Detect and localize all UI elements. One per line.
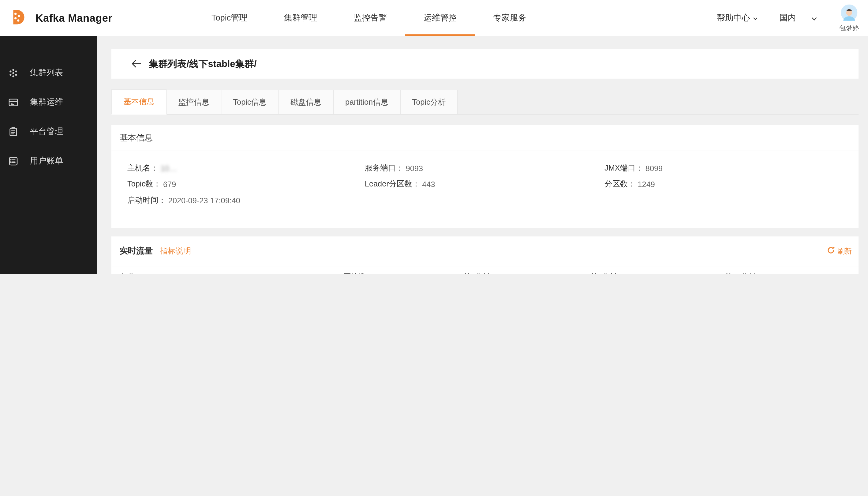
help-center-label: 帮助中心: [717, 13, 750, 23]
info-field: Leader分区数：443: [365, 176, 604, 192]
brand: Kafka Manager: [0, 0, 181, 36]
sidebar-item[interactable]: 集群列表: [0, 58, 97, 88]
help-center-menu[interactable]: 帮助中心: [717, 13, 758, 23]
app-title: Kafka Manager: [35, 12, 113, 24]
info-field: 分区数：1249: [604, 176, 850, 192]
tab[interactable]: Topic分析: [401, 90, 458, 114]
app-window: Kafka Manager Topic管理集群管理监控告警运维管控专家服务 帮助…: [0, 0, 868, 274]
tab[interactable]: 基本信息: [111, 89, 167, 114]
metrics-column-header[interactable]: 前1分钟▲▼: [462, 266, 589, 274]
chevron-down-icon: [810, 15, 818, 22]
tab-bar: 基本信息监控信息Topic信息磁盘信息partition信息Topic分析: [111, 89, 859, 114]
metrics-column-label: 前15分钟: [724, 272, 756, 274]
back-button[interactable]: [131, 59, 142, 69]
refresh-icon: [827, 247, 835, 256]
metrics-table: 名称▲▼平均数▲▼前1分钟▲▼前5分钟▲▼前15分钟▲▼ messageIn31…: [111, 266, 859, 274]
top-header: Kafka Manager Topic管理集群管理监控告警运维管控专家服务 帮助…: [0, 0, 868, 36]
sidebar-item[interactable]: 平台管理: [0, 117, 97, 146]
region-label: 国内: [779, 13, 796, 23]
top-nav-item[interactable]: Topic管理: [193, 0, 266, 36]
sidebar-item-label: 用户账单: [30, 156, 63, 166]
user-name: 包梦婷: [839, 24, 859, 33]
breadcrumb-bar: 集群列表/线下stable集群/: [111, 49, 859, 79]
metrics-column-header[interactable]: 前5分钟▲▼: [589, 266, 724, 274]
basic-info-card: 基本信息 主机名：10…Topic数：679启动时间：2020-09-23 17…: [111, 125, 859, 228]
metrics-column-header[interactable]: 前15分钟▲▼: [724, 266, 858, 274]
tab[interactable]: partition信息: [334, 90, 401, 114]
region-selector[interactable]: 国内: [779, 13, 818, 23]
info-field-label: 启动时间：: [127, 195, 166, 205]
info-field-value: 8099: [646, 164, 663, 172]
info-field-label: JMX端口：: [604, 163, 643, 173]
sidebar-item-label: 平台管理: [30, 126, 63, 137]
top-nav-item[interactable]: 集群管理: [266, 0, 335, 36]
realtime-traffic-card: 实时流量 指标说明 刷新 名称▲▼平均数▲▼前1分钟▲▼前5分钟▲▼前15分钟▲…: [111, 236, 859, 274]
info-column: JMX端口：8099分区数：1249: [604, 160, 850, 208]
info-field: 主机名：10…: [127, 160, 365, 176]
cluster-list-icon: [8, 68, 18, 78]
info-field-value: 679: [163, 180, 176, 189]
realtime-traffic-header: 实时流量 指标说明 刷新: [111, 236, 859, 266]
chevron-down-icon: [752, 16, 758, 22]
info-field-label: Leader分区数：: [365, 179, 420, 189]
top-nav-item[interactable]: 运维管控: [405, 0, 475, 36]
sidebar-item[interactable]: 集群运维: [0, 88, 97, 117]
info-field-label: 分区数：: [604, 179, 635, 189]
info-field-label: 主机名：: [127, 163, 158, 173]
metrics-help-link[interactable]: 指标说明: [160, 246, 191, 256]
metrics-column-label: 前1分钟: [463, 272, 491, 274]
metrics-column-label: 名称: [120, 272, 135, 274]
cluster-ops-icon: [8, 97, 18, 107]
info-column: 服务端口：9093Leader分区数：443: [365, 160, 604, 208]
sidebar-item-label: 集群列表: [30, 68, 63, 78]
info-field: 服务端口：9093: [365, 160, 604, 176]
platform-admin-icon: [8, 126, 18, 137]
info-field-label: 服务端口：: [365, 163, 404, 173]
sidebar-item[interactable]: 用户账单: [0, 146, 97, 175]
metrics-column-label: 前5分钟: [590, 272, 618, 274]
metrics-column-label: 平均数: [343, 272, 367, 274]
info-field: JMX端口：8099: [604, 160, 850, 176]
metrics-column-header[interactable]: 名称▲▼: [111, 266, 343, 274]
user-menu[interactable]: 包梦婷: [839, 3, 859, 33]
top-nav-item[interactable]: 监控告警: [335, 0, 405, 36]
top-nav: Topic管理集群管理监控告警运维管控专家服务: [193, 0, 545, 36]
tab[interactable]: 磁盘信息: [279, 90, 334, 114]
metrics-table-header-row: 名称▲▼平均数▲▼前1分钟▲▼前5分钟▲▼前15分钟▲▼: [111, 266, 859, 274]
tab[interactable]: Topic信息: [221, 90, 279, 114]
info-field-value: 443: [422, 180, 435, 189]
info-field: Topic数：679: [127, 176, 365, 192]
basic-info-card-title: 基本信息: [111, 125, 859, 151]
sidebar-menu: 集群列表集群运维平台管理用户账单: [0, 36, 97, 176]
metrics-column-header[interactable]: 平均数▲▼: [343, 266, 462, 274]
refresh-button[interactable]: 刷新: [827, 246, 852, 256]
sidebar: 集群列表集群运维平台管理用户账单 «: [0, 36, 97, 274]
tab[interactable]: 监控信息: [167, 90, 221, 114]
info-column: 主机名：10…Topic数：679启动时间：2020-09-23 17:09:4…: [127, 160, 365, 208]
breadcrumb: 集群列表/线下stable集群/: [149, 57, 257, 70]
info-field-value: 2020-09-23 17:09:40: [168, 196, 240, 204]
header-right: 帮助中心 国内 包梦婷: [717, 0, 868, 36]
info-field-value: 9093: [406, 164, 423, 172]
app-logo-icon: [7, 6, 28, 30]
basic-info-fields: 主机名：10…Topic数：679启动时间：2020-09-23 17:09:4…: [111, 151, 859, 228]
top-nav-item[interactable]: 专家服务: [475, 0, 545, 36]
info-field-label: Topic数：: [127, 179, 161, 189]
info-field-value: 10…: [160, 164, 177, 172]
refresh-label: 刷新: [837, 246, 852, 256]
info-field-value: 1249: [638, 180, 655, 189]
user-billing-icon: [8, 156, 18, 166]
info-field: 启动时间：2020-09-23 17:09:40: [127, 192, 365, 208]
sidebar-item-label: 集群运维: [30, 97, 63, 107]
realtime-traffic-title: 实时流量: [120, 246, 153, 256]
main-content: 集群列表/线下stable集群/ 基本信息监控信息Topic信息磁盘信息part…: [97, 36, 868, 274]
avatar: [841, 4, 857, 23]
